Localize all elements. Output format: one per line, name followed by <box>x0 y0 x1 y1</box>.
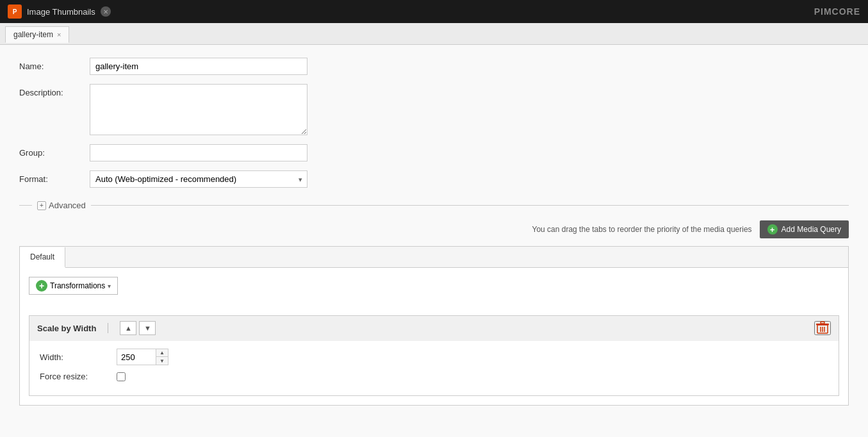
name-input[interactable] <box>90 58 307 75</box>
media-query-tabs: Default <box>20 247 848 268</box>
name-field-row: Name: <box>19 58 849 75</box>
divider-left <box>19 205 32 206</box>
divider-right <box>91 205 849 206</box>
force-resize-label: Force resize: <box>40 372 117 381</box>
transformations-label: Transformations <box>50 281 105 290</box>
description-input[interactable] <box>90 84 307 135</box>
width-spinners: ▲ ▼ <box>156 349 168 365</box>
advanced-section-label: + Advanced <box>37 201 86 210</box>
description-label: Description: <box>19 84 90 97</box>
group-input[interactable] <box>90 144 307 161</box>
format-select[interactable]: Auto (Web-optimized - recommended) JPEG … <box>90 170 307 188</box>
topbar-left: P Image Thumbnails ✕ <box>8 4 111 19</box>
move-down-button[interactable]: ▼ <box>139 321 156 335</box>
add-media-plus-icon: + <box>767 224 778 235</box>
transformations-button[interactable]: + Transformations ▾ <box>29 277 118 295</box>
pimcore-logo: PIMCORE <box>814 6 860 17</box>
delete-icon <box>815 321 830 335</box>
width-input[interactable] <box>117 350 156 365</box>
format-label: Format: <box>19 170 90 184</box>
group-field-row: Group: <box>19 144 849 161</box>
width-input-wrapper: ▲ ▼ <box>117 349 168 365</box>
description-field-row: Description: <box>19 84 849 135</box>
force-resize-field-row: Force resize: <box>40 372 828 381</box>
tab-close-button[interactable]: × <box>57 31 61 38</box>
tab-bar: gallery-item × <box>0 23 868 45</box>
down-arrow-icon: ▼ <box>144 324 151 332</box>
add-media-label: Add Media Query <box>782 225 841 234</box>
move-up-button[interactable]: ▲ <box>120 321 136 335</box>
header-separator <box>108 323 108 333</box>
format-select-wrapper: Auto (Web-optimized - recommended) JPEG … <box>90 170 307 188</box>
width-field-row: Width: ▲ ▼ <box>40 349 828 365</box>
topbar: P Image Thumbnails ✕ PIMCORE <box>0 0 868 23</box>
main-content: Name: Description: Group: Format: Auto (… <box>0 45 868 437</box>
width-decrement-button[interactable]: ▼ <box>156 357 168 365</box>
width-label: Width: <box>40 352 117 362</box>
width-increment-button[interactable]: ▲ <box>156 349 168 357</box>
app-title: Image Thumbnails <box>27 7 95 17</box>
force-resize-checkbox[interactable] <box>117 372 126 381</box>
advanced-section-divider: + Advanced <box>19 201 849 210</box>
svg-rect-2 <box>821 322 824 324</box>
format-field-row: Format: Auto (Web-optimized - recommende… <box>19 170 849 188</box>
app-close-button[interactable]: ✕ <box>101 6 111 17</box>
add-media-query-button[interactable]: + Add Media Query <box>760 220 849 238</box>
scale-panel-order-controls: ▲ ▼ <box>120 321 156 335</box>
scale-panel-header: Scale by Width ▲ ▼ <box>29 316 839 341</box>
tab-label: gallery-item <box>13 30 53 39</box>
transformations-plus-icon: + <box>36 280 47 292</box>
advanced-expand-icon[interactable]: + <box>37 201 46 210</box>
scale-by-width-panel: Scale by Width ▲ ▼ <box>29 315 839 396</box>
name-label: Name: <box>19 58 90 71</box>
scale-panel-title: Scale by Width <box>37 324 96 333</box>
media-query-tab-section: Default + Transformations ▾ Scale by Wid… <box>19 246 849 406</box>
delete-transformation-button[interactable] <box>814 321 831 335</box>
tab-gallery-item[interactable]: gallery-item × <box>5 26 69 43</box>
advanced-label: Advanced <box>49 201 86 210</box>
transformations-dropdown-arrow: ▾ <box>108 283 111 290</box>
default-tab[interactable]: Default <box>20 247 65 268</box>
default-tab-content: + Transformations ▾ Scale by Width ▲ <box>20 268 848 405</box>
app-icon: P <box>8 4 22 19</box>
up-arrow-icon: ▲ <box>125 324 132 332</box>
scale-panel-body: Width: ▲ ▼ Force resize: <box>29 341 839 395</box>
info-bar: You can drag the tabs to reorder the pri… <box>19 220 849 238</box>
group-label: Group: <box>19 144 90 158</box>
info-text: You can drag the tabs to reorder the pri… <box>532 225 752 234</box>
